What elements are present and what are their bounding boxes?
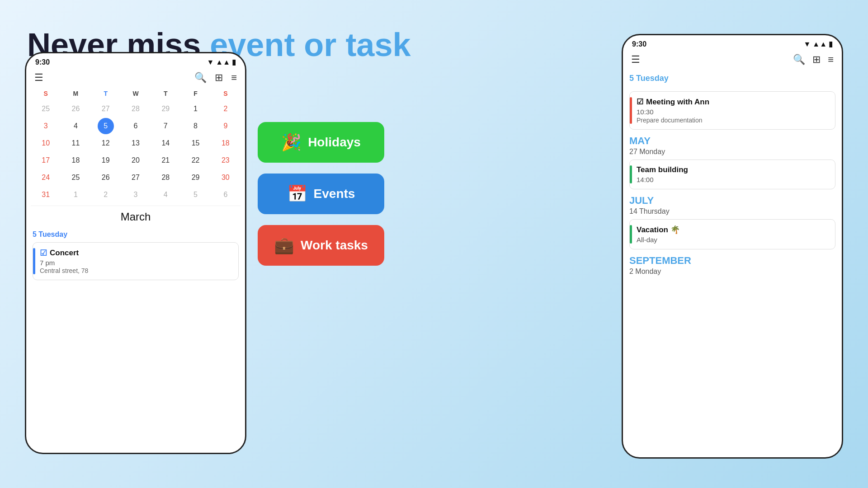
week-5: 24 25 26 27 28 29 30 — [31, 169, 241, 186]
team-building-bar — [630, 165, 632, 183]
work-tasks-label: Work tasks — [301, 238, 368, 253]
day-14[interactable]: 14 — [157, 135, 174, 151]
may-header: MAY — [629, 135, 835, 147]
day-19[interactable]: 19 — [98, 152, 114, 169]
vacation-card[interactable]: Vacation 🌴 All-day — [629, 219, 835, 249]
day-2b[interactable]: 2 — [98, 187, 114, 203]
week-2: 3 4 5 6 7 8 9 — [31, 118, 241, 134]
right-status-time: 9:30 — [632, 40, 646, 48]
holidays-button[interactable]: 🎉 Holidays — [258, 122, 384, 163]
day-4[interactable]: 4 — [67, 118, 84, 134]
check-circle-icon: ☑ — [40, 248, 47, 258]
day-30[interactable]: 30 — [217, 169, 234, 186]
left-status-icons: ▼ ▲▲ ▮ — [207, 58, 236, 66]
day-27[interactable]: 27 — [98, 101, 114, 117]
day-22[interactable]: 22 — [188, 152, 204, 169]
col-sat: S — [211, 88, 241, 99]
right-filter-icon[interactable]: ≡ — [828, 54, 834, 66]
right-toolbar-icons: 🔍 ⊞ ≡ — [793, 54, 834, 66]
right-toolbar: ☰ 🔍 ⊞ ≡ — [623, 51, 842, 70]
left-status-time: 9:30 — [35, 58, 50, 66]
event-title-row: ☑ Concert — [40, 248, 233, 258]
left-toolbar: ☰ 🔍 ⊞ ≡ — [26, 69, 245, 88]
right-wifi-icon: ▼ — [803, 40, 811, 48]
may-day: 27 Monday — [629, 148, 835, 156]
day-28b[interactable]: 28 — [157, 169, 174, 186]
day-9[interactable]: 9 — [217, 118, 234, 134]
team-building-name: Team building — [637, 165, 688, 174]
day-5-selected[interactable]: 5 — [98, 118, 114, 134]
day-18b[interactable]: 18 — [67, 152, 84, 169]
events-icon: 📅 — [287, 184, 307, 203]
day-7[interactable]: 7 — [157, 118, 174, 134]
day-11[interactable]: 11 — [67, 135, 84, 151]
wifi-icon: ▼ — [207, 58, 214, 66]
vacation-time: All-day — [637, 236, 830, 244]
left-status-bar: 9:30 ▼ ▲▲ ▮ — [26, 53, 245, 69]
col-sun: S — [31, 88, 61, 99]
day-13[interactable]: 13 — [127, 135, 144, 151]
day-29[interactable]: 29 — [157, 101, 174, 117]
day-6[interactable]: 6 — [127, 118, 144, 134]
holidays-label: Holidays — [308, 135, 361, 150]
day-15[interactable]: 15 — [188, 135, 204, 151]
september-day: 2 Monday — [629, 267, 835, 276]
events-label: Events — [314, 187, 355, 201]
day-6b[interactable]: 6 — [217, 187, 234, 203]
meeting-title-row: ☑ Meeting with Ann — [637, 97, 830, 107]
right-current-date: 5 Tuesday — [629, 72, 835, 88]
day-2[interactable]: 2 — [217, 101, 234, 117]
day-25[interactable]: 25 — [38, 101, 54, 117]
day-24[interactable]: 24 — [38, 169, 54, 186]
day-27b[interactable]: 27 — [127, 169, 144, 186]
right-current-date-section: 5 Tuesday — [623, 70, 842, 91]
vacation-name: Vacation 🌴 — [637, 225, 680, 235]
calendar: S M T W T F S 25 26 27 28 29 1 2 — [26, 88, 245, 227]
left-event-card[interactable]: ☑ Concert 7 pm Central street, 78 — [33, 242, 239, 280]
week-3: 10 11 12 13 14 15 18 — [31, 135, 241, 151]
day-21[interactable]: 21 — [157, 152, 174, 169]
day-4b[interactable]: 4 — [157, 187, 174, 203]
right-grid-icon[interactable]: ⊞ — [812, 54, 821, 66]
day-8[interactable]: 8 — [188, 118, 204, 134]
day-23[interactable]: 23 — [217, 152, 234, 169]
work-tasks-button[interactable]: 💼 Work tasks — [258, 225, 384, 266]
day-31[interactable]: 31 — [38, 187, 54, 203]
day-29b[interactable]: 29 — [188, 169, 204, 186]
day-26[interactable]: 26 — [67, 101, 84, 117]
event-time: 7 pm — [40, 259, 233, 267]
day-28[interactable]: 28 — [127, 101, 144, 117]
day-10[interactable]: 10 — [38, 135, 54, 151]
day-25b[interactable]: 25 — [67, 169, 84, 186]
day-12[interactable]: 12 — [98, 135, 114, 151]
right-status-icons: ▼ ▲▲ ▮ — [803, 40, 833, 48]
signal-icon: ▲▲ — [216, 58, 230, 66]
grid-icon[interactable]: ⊞ — [215, 72, 223, 84]
filter-icon[interactable]: ≡ — [231, 72, 237, 84]
calendar-weeks: 25 26 27 28 29 1 2 3 4 5 6 7 8 9 — [31, 101, 241, 203]
day-1b[interactable]: 1 — [67, 187, 84, 203]
agenda-section: ☑ Meeting with Ann 10:30 Prepare documen… — [623, 91, 842, 457]
team-building-card[interactable]: Team building 14:00 — [629, 160, 835, 189]
calendar-header: S M T W T F S — [31, 88, 241, 99]
right-search-icon[interactable]: 🔍 — [793, 54, 805, 66]
agenda-meeting-card[interactable]: ☑ Meeting with Ann 10:30 Prepare documen… — [629, 91, 835, 130]
right-status-bar: 9:30 ▼ ▲▲ ▮ — [623, 35, 842, 51]
day-26b[interactable]: 26 — [98, 169, 114, 186]
right-battery-icon: ▮ — [829, 40, 833, 48]
day-5b[interactable]: 5 — [188, 187, 204, 203]
day-1[interactable]: 1 — [188, 101, 204, 117]
right-menu-icon[interactable]: ☰ — [631, 54, 640, 66]
day-20[interactable]: 20 — [127, 152, 144, 169]
day-3[interactable]: 3 — [38, 118, 54, 134]
menu-icon[interactable]: ☰ — [34, 72, 43, 84]
day-3b[interactable]: 3 — [127, 187, 144, 203]
toolbar-right: 🔍 ⊞ ≡ — [194, 72, 237, 84]
event-content: ☑ Concert 7 pm Central street, 78 — [40, 248, 233, 274]
calendar-grid: S M T W T F S 25 26 27 28 29 1 2 — [31, 88, 241, 203]
search-icon[interactable]: 🔍 — [194, 72, 207, 84]
week-1: 25 26 27 28 29 1 2 — [31, 101, 241, 117]
day-18[interactable]: 18 — [217, 135, 234, 151]
events-button[interactable]: 📅 Events — [258, 174, 384, 214]
day-17[interactable]: 17 — [38, 152, 54, 169]
